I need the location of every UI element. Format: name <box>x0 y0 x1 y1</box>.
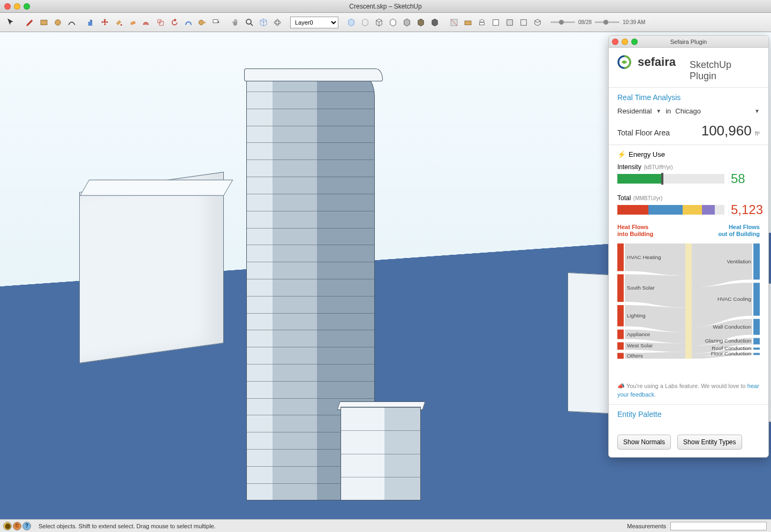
credits-status-icon[interactable]: © <box>13 522 21 530</box>
hidden-line-icon[interactable] <box>387 16 399 29</box>
scale-tool-icon[interactable] <box>154 16 167 29</box>
wireframe-icon[interactable] <box>373 16 386 29</box>
minimize-window-button[interactable] <box>14 3 20 10</box>
shaded-icon[interactable] <box>400 16 413 29</box>
svg-text:West Solar: West Solar <box>627 343 653 349</box>
rectangle-tool-icon[interactable] <box>37 16 50 29</box>
iso-view-icon[interactable] <box>257 16 270 29</box>
svg-text:Lighting: Lighting <box>627 313 646 318</box>
section-display-icon[interactable] <box>462 16 474 29</box>
xray-icon[interactable] <box>359 16 372 29</box>
sefaira-plugin-window[interactable]: Sefaira Plugin sefaira SketchUp Plugin R… <box>608 35 769 458</box>
top-view-icon[interactable] <box>489 16 502 29</box>
bolt-icon: ⚡ <box>617 150 626 158</box>
shadow-date-slider[interactable] <box>550 21 575 23</box>
brand-name: sefaira <box>638 55 676 69</box>
show-entity-types-button[interactable]: Show Entity Types <box>677 435 742 450</box>
location-dropdown[interactable]: Chicago▼ <box>675 107 760 115</box>
measurements-label: Measurements <box>627 523 666 529</box>
brand-subtitle: SketchUp Plugin <box>690 59 760 82</box>
total-energy-bar <box>617 205 724 215</box>
shadow-date-label: 08/28 <box>578 19 592 25</box>
text-tool-icon[interactable] <box>210 16 223 29</box>
svg-point-11 <box>274 21 281 24</box>
paint-tool-icon[interactable] <box>112 16 125 29</box>
svg-rect-2 <box>88 21 93 26</box>
svg-text:Ventilation: Ventilation <box>727 259 751 264</box>
floor-area-unit: ft² <box>755 131 760 136</box>
measurements-input[interactable] <box>670 522 767 530</box>
eraser-tool-icon[interactable] <box>126 16 139 29</box>
iso-icon[interactable] <box>531 16 544 29</box>
intensity-unit: (kBTU/ft²/yr) <box>644 164 672 170</box>
orbit-tool-icon[interactable] <box>271 16 284 29</box>
select-tool-icon[interactable] <box>4 16 17 29</box>
window-titlebar: Crescent.skp – SketchUp <box>0 0 771 13</box>
svg-rect-17 <box>507 19 513 25</box>
svg-text:Glazing Conduction: Glazing Conduction <box>705 338 751 344</box>
svg-rect-39 <box>753 338 760 345</box>
svg-point-7 <box>199 20 203 25</box>
close-window-button[interactable] <box>4 3 11 10</box>
pushpull-tool-icon[interactable] <box>85 16 97 29</box>
caret-down-icon: ▼ <box>656 108 661 114</box>
svg-rect-23 <box>617 275 624 302</box>
move-tool-icon[interactable] <box>99 16 111 29</box>
svg-rect-29 <box>617 343 624 350</box>
show-normals-button[interactable]: Show Normals <box>617 435 671 450</box>
svg-rect-35 <box>753 283 760 316</box>
shadow-time-slider[interactable] <box>595 21 619 23</box>
section-real-time-analysis: Real Time Analysis <box>617 93 760 102</box>
building-type-dropdown[interactable]: Residential▼ <box>617 107 661 115</box>
tape-tool-icon[interactable] <box>196 16 209 29</box>
intensity-label: Intensity <box>617 163 641 171</box>
svg-rect-4 <box>130 21 135 25</box>
zoom-window-button[interactable] <box>24 3 30 10</box>
sefaira-logo-icon <box>617 55 631 69</box>
labs-note: 📣 You're using a Labs feature. We would … <box>617 382 760 399</box>
sankey-diagram: HVAC HeatingSouth SolarLightingAppliance… <box>617 241 760 375</box>
offset-tool-icon[interactable] <box>140 16 153 29</box>
svg-point-3 <box>120 24 122 26</box>
monochrome-icon[interactable] <box>428 16 441 29</box>
svg-text:HVAC Cooling: HVAC Cooling <box>717 296 751 302</box>
svg-rect-14 <box>465 21 471 25</box>
circle-tool-icon[interactable] <box>51 16 64 29</box>
layer-select[interactable]: Layer0 <box>290 17 338 28</box>
svg-rect-18 <box>521 19 527 25</box>
heat-out-label: Heat Flowsout of Building <box>718 224 760 238</box>
status-hint: Select objects. Shift to extend select. … <box>39 523 216 529</box>
standard-views-icon[interactable] <box>475 16 488 29</box>
geo-status-icon[interactable]: ⬤ <box>3 522 12 530</box>
svg-text:South Solar: South Solar <box>627 285 655 291</box>
plugin-close-button[interactable] <box>612 39 618 45</box>
intensity-value: 58 <box>731 171 745 186</box>
svg-rect-37 <box>753 319 760 335</box>
svg-rect-0 <box>41 20 47 25</box>
side-view-icon[interactable] <box>517 16 530 29</box>
shaded-texture-icon[interactable] <box>414 16 427 29</box>
help-status-icon[interactable]: ? <box>22 522 31 530</box>
svg-text:Wall Conduction: Wall Conduction <box>713 324 751 330</box>
zoom-tool-icon[interactable] <box>243 16 256 29</box>
pencil-tool-icon[interactable] <box>24 16 36 29</box>
total-value: 5,123 <box>731 202 763 217</box>
pan-tool-icon[interactable] <box>229 16 242 29</box>
plugin-zoom-button[interactable] <box>631 39 638 45</box>
heat-in-label: Heat Flowsinto Building <box>617 224 653 238</box>
svg-rect-15 <box>480 22 485 25</box>
svg-point-10 <box>246 19 251 24</box>
arc-tool-icon[interactable] <box>65 16 78 29</box>
rotate-tool-icon[interactable] <box>168 16 181 29</box>
plugin-minimize-button[interactable] <box>622 39 628 45</box>
section-entity-palette: Entity Palette <box>617 410 760 419</box>
svg-rect-21 <box>617 244 624 271</box>
section-plane-icon[interactable] <box>448 16 460 29</box>
view-cube-icon[interactable] <box>345 16 358 29</box>
front-view-icon[interactable] <box>503 16 516 29</box>
total-unit: (MMBTU/yr) <box>633 195 662 201</box>
energy-use-heading: Energy Use <box>629 150 665 158</box>
plugin-titlebar[interactable]: Sefaira Plugin <box>609 36 768 48</box>
followme-tool-icon[interactable] <box>182 16 195 29</box>
total-label: Total <box>617 194 631 202</box>
